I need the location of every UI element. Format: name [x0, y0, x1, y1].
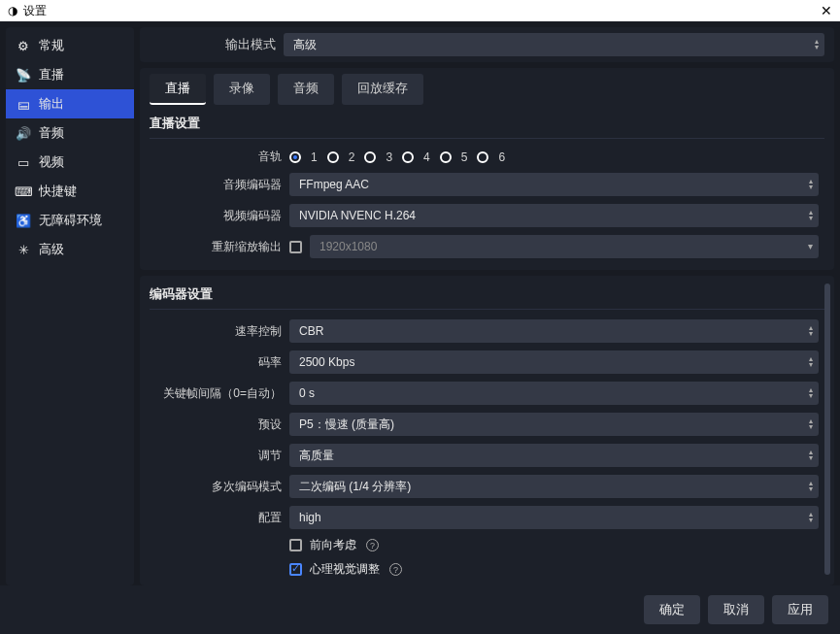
tab-record[interactable]: 录像 — [214, 74, 270, 105]
bitrate-input[interactable]: 2500 Kbps ▴▾ — [289, 350, 819, 374]
rescale-label: 重新缩放输出 — [155, 239, 282, 255]
sidebar-item-label: 高级 — [39, 241, 64, 258]
tab-replay[interactable]: 回放缓存 — [342, 74, 423, 105]
keyint-row: 关键帧间隔（0=自动） 0 s ▴▾ — [140, 378, 834, 409]
rescale-select[interactable]: 1920x1080 ▾ — [310, 235, 819, 258]
lookahead-row: 前向考虑 ? — [140, 533, 834, 557]
lookahead-checkbox[interactable] — [289, 539, 302, 551]
sidebar-item-advanced[interactable]: ✳ 高级 — [6, 235, 134, 264]
rate-control-select[interactable]: CBR ▴▾ — [289, 319, 819, 343]
output-mode-row: 输出模式 高级 ▴▾ — [140, 27, 834, 62]
antenna-icon: 📡 — [16, 68, 31, 83]
psycho-label: 心理视觉调整 — [310, 561, 380, 578]
select-value: 高级 — [293, 37, 317, 53]
scrollbar[interactable] — [824, 284, 830, 578]
select-value: 0 s — [299, 386, 315, 400]
output-icon: 🖴 — [16, 97, 31, 112]
sidebar-item-accessibility[interactable]: ♿ 无障碍环境 — [6, 206, 134, 235]
multipass-select[interactable]: 二次编码 (1/4 分辨率) ▴▾ — [289, 475, 819, 498]
rescale-checkbox[interactable] — [289, 241, 302, 253]
dialog-footer: 确定 取消 应用 — [0, 585, 840, 634]
keyboard-icon: ⌨ — [16, 184, 31, 199]
speaker-icon: 🔊 — [16, 126, 31, 141]
output-mode-label: 输出模式 — [150, 36, 276, 53]
audio-encoder-row: 音频编码器 FFmpeg AAC ▴▾ — [140, 169, 834, 200]
audio-track-radio-3[interactable] — [364, 151, 376, 163]
select-spin-icon: ▴▾ — [809, 450, 813, 461]
output-mode-select[interactable]: 高级 ▴▾ — [284, 33, 824, 56]
select-value: 二次编码 (1/4 分辨率) — [299, 479, 411, 495]
audio-track-label: 音轨 — [155, 149, 282, 165]
psycho-row: 心理视觉调整 ? — [140, 557, 834, 582]
keyint-input[interactable]: 0 s ▴▾ — [289, 382, 819, 405]
sidebar-item-audio[interactable]: 🔊 音频 — [6, 118, 134, 148]
multipass-row: 多次编码模式 二次编码 (1/4 分辨率) ▴▾ — [140, 471, 834, 502]
preset-select[interactable]: P5：慢速 (质量高) ▴▾ — [289, 413, 819, 436]
tuning-select[interactable]: 高质量 ▴▾ — [289, 444, 819, 467]
profile-select[interactable]: high ▴▾ — [289, 506, 819, 529]
audio-encoder-select[interactable]: FFmpeg AAC ▴▾ — [289, 173, 819, 196]
sidebar-item-label: 视频 — [39, 153, 64, 171]
stream-settings-title: 直播设置 — [140, 105, 834, 136]
divider — [150, 309, 824, 310]
divider — [150, 138, 824, 139]
rate-control-row: 速率控制 CBR ▴▾ — [140, 316, 834, 347]
spin-icon: ▴▾ — [809, 387, 813, 399]
audio-track-radios: 1 2 3 4 5 6 — [289, 150, 505, 164]
help-icon[interactable]: ? — [366, 539, 379, 551]
help-icon[interactable]: ? — [389, 563, 402, 576]
tab-audio[interactable]: 音频 — [278, 74, 334, 105]
preset-row: 预设 P5：慢速 (质量高) ▴▾ — [140, 409, 834, 440]
apply-button[interactable]: 应用 — [772, 595, 828, 624]
select-spin-icon: ▴▾ — [809, 481, 813, 492]
bitrate-row: 码率 2500 Kbps ▴▾ — [140, 347, 834, 378]
close-icon[interactable]: ✕ — [821, 3, 832, 18]
titlebar: ◑ 设置 ✕ — [0, 0, 840, 21]
lookahead-label: 前向考虑 — [310, 537, 356, 553]
sidebar-item-label: 音频 — [39, 124, 64, 142]
select-spin-icon: ▴▾ — [809, 179, 813, 190]
encoder-panel: 编码器设置 速率控制 CBR ▴▾ 码率 2500 Kbps ▴▾ — [140, 276, 834, 585]
sidebar-item-label: 无障碍环境 — [39, 212, 102, 229]
settings-sidebar: ⚙ 常规 📡 直播 🖴 输出 🔊 音频 ▭ 视频 ⌨ 快捷键 ♿ 无障碍环境 ✳ — [6, 27, 134, 585]
cancel-button[interactable]: 取消 — [708, 595, 764, 624]
chevron-down-icon: ▾ — [808, 242, 813, 251]
video-encoder-label: 视频编码器 — [155, 208, 282, 224]
advanced-icon: ✳ — [16, 243, 31, 257]
scroll-thumb[interactable] — [824, 284, 830, 575]
sidebar-item-video[interactable]: ▭ 视频 — [6, 148, 134, 177]
audio-track-radio-2[interactable] — [327, 151, 339, 163]
select-spin-icon: ▴▾ — [809, 418, 813, 430]
sidebar-item-label: 直播 — [39, 66, 64, 83]
video-encoder-select[interactable]: NVIDIA NVENC H.264 ▴▾ — [289, 204, 819, 227]
ok-button[interactable]: 确定 — [644, 595, 700, 624]
sidebar-item-label: 输出 — [39, 95, 64, 113]
audio-track-radio-5[interactable] — [440, 151, 452, 163]
tuning-row: 调节 高质量 ▴▾ — [140, 440, 834, 471]
gear-icon: ⚙ — [16, 39, 31, 53]
window-title: 设置 — [23, 3, 47, 19]
audio-track-radio-6[interactable] — [477, 151, 488, 163]
select-value: P5：慢速 (质量高) — [299, 417, 394, 433]
rescale-row: 重新缩放输出 1920x1080 ▾ — [140, 231, 834, 262]
sidebar-item-label: 常规 — [39, 37, 64, 54]
select-value: FFmpeg AAC — [299, 178, 369, 191]
audio-track-radio-1[interactable] — [289, 151, 301, 163]
sidebar-item-general[interactable]: ⚙ 常规 — [6, 31, 134, 60]
sidebar-item-output[interactable]: 🖴 输出 — [6, 89, 134, 118]
audio-track-radio-4[interactable] — [402, 151, 414, 163]
app-icon: ◑ — [8, 4, 17, 17]
select-spin-icon: ▴▾ — [815, 39, 819, 50]
select-spin-icon: ▴▾ — [809, 512, 813, 523]
monitor-icon: ▭ — [16, 155, 31, 170]
encoder-settings-title: 编码器设置 — [140, 276, 834, 307]
tab-stream[interactable]: 直播 — [150, 74, 206, 105]
select-spin-icon: ▴▾ — [809, 325, 813, 337]
spin-icon: ▴▾ — [809, 356, 813, 368]
sidebar-item-stream[interactable]: 📡 直播 — [6, 60, 134, 89]
psycho-checkbox[interactable] — [289, 563, 302, 576]
select-value: CBR — [299, 324, 323, 338]
select-value: high — [299, 511, 321, 524]
sidebar-item-hotkeys[interactable]: ⌨ 快捷键 — [6, 177, 134, 206]
select-value: 2500 Kbps — [299, 355, 354, 369]
